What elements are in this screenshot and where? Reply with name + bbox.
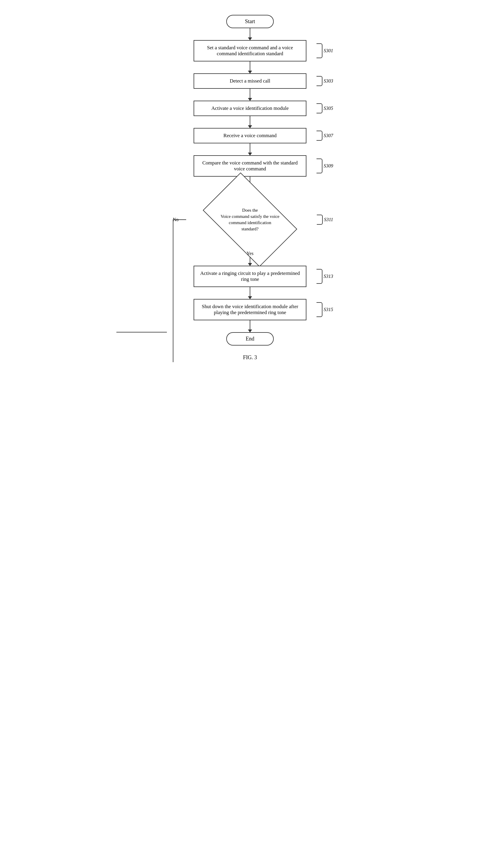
s311-line1: Does the xyxy=(242,208,258,213)
arrow-8 xyxy=(250,320,250,332)
s315-label-group: S315 xyxy=(317,302,333,317)
no-bottom-horizontal xyxy=(116,332,167,332)
start-node: Start xyxy=(167,15,333,28)
yes-section: Yes xyxy=(247,251,253,266)
no-vertical-line xyxy=(173,220,173,362)
s303-bracket xyxy=(317,76,322,86)
s301-bracket xyxy=(317,43,322,58)
s309-step: S309 xyxy=(323,163,333,169)
s311-section: Does the Voice command satisfy the voice… xyxy=(167,189,333,345)
arrow-yes xyxy=(250,257,250,266)
s307-wrapper: Receive a voice command S307 xyxy=(167,128,333,144)
s307-box: Receive a voice command xyxy=(194,128,306,144)
s307-step: S307 xyxy=(323,133,333,138)
s311-diamond-text: Does the Voice command satisfy the voice… xyxy=(220,207,280,232)
s309-box: Compare the voice command with the stand… xyxy=(194,155,306,176)
s315-step: S315 xyxy=(323,307,333,312)
s309-wrapper: Compare the voice command with the stand… xyxy=(167,155,333,176)
s313-label-group: S313 xyxy=(317,269,333,284)
no-horizontal-line xyxy=(173,219,186,220)
s305-bracket xyxy=(317,103,322,113)
arrow-3 xyxy=(250,89,250,101)
yes-label: Yes xyxy=(247,251,253,256)
s303-box: Detect a missed call xyxy=(194,73,306,89)
s309-label-group: S309 xyxy=(317,159,333,173)
s313-step: S313 xyxy=(323,274,333,279)
s305-wrapper: Activate a voice identification module S… xyxy=(167,101,333,116)
s305-label-group: S305 xyxy=(317,103,333,113)
s303-label-group: S303 xyxy=(317,76,333,86)
arrow-1 xyxy=(250,28,250,40)
s305-step: S305 xyxy=(323,106,333,111)
s303-wrapper: Detect a missed call S303 xyxy=(167,73,333,89)
start-terminal: Start xyxy=(226,15,274,28)
fig-caption: FIG. 3 xyxy=(243,354,257,361)
s301-label-group: S301 xyxy=(317,43,333,58)
s313-box: Activate a ringing circuit to play a pre… xyxy=(194,266,306,287)
arrow-4 xyxy=(250,116,250,128)
s311-label-group: S311 xyxy=(317,215,333,225)
s313-bracket xyxy=(317,269,322,284)
s307-label-group: S307 xyxy=(317,130,333,141)
end-terminal: End xyxy=(226,332,274,345)
arrow-5 xyxy=(250,144,250,155)
s311-step: S311 xyxy=(324,217,333,222)
s303-step: S303 xyxy=(323,78,333,84)
s313-wrapper: Activate a ringing circuit to play a pre… xyxy=(167,266,333,287)
s311-line4: standard? xyxy=(241,227,258,231)
arrow-7 xyxy=(250,287,250,299)
s301-box: Set a standard voice command and a voice… xyxy=(194,40,306,61)
flowchart-diagram: Start Set a standard voice command and a… xyxy=(161,6,339,373)
s311-line2: Voice command satisfy the voice xyxy=(220,214,280,219)
s309-bracket xyxy=(317,159,322,173)
s301-step: S301 xyxy=(323,48,333,54)
s311-diamond-container: Does the Voice command satisfy the voice… xyxy=(203,190,297,249)
s301-wrapper: Set a standard voice command and a voice… xyxy=(167,40,333,61)
s315-wrapper: Shut down the voice identification modul… xyxy=(167,299,333,320)
s307-bracket xyxy=(317,130,322,141)
s311-wrapper: Does the Voice command satisfy the voice… xyxy=(167,189,333,251)
arrow-2 xyxy=(250,61,250,73)
s311-line3: command identification xyxy=(229,220,271,225)
s311-bracket xyxy=(317,215,323,225)
s305-box: Activate a voice identification module xyxy=(194,101,306,116)
s315-bracket xyxy=(317,302,322,317)
s315-box: Shut down the voice identification modul… xyxy=(194,299,306,320)
